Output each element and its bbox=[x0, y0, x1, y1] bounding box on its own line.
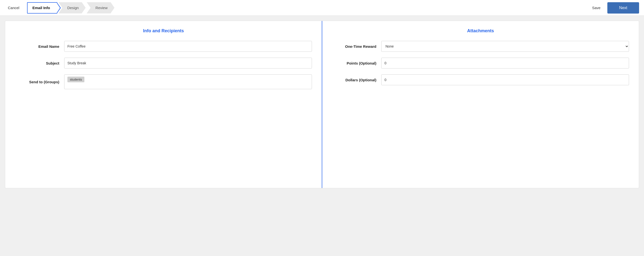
main-content: Info and Recipients Email Name Subject S… bbox=[5, 21, 639, 188]
right-panel: Attachments One-Time Reward None Points … bbox=[322, 21, 639, 188]
email-name-label: Email Name bbox=[15, 44, 59, 49]
right-panel-title: Attachments bbox=[332, 28, 629, 34]
points-row: Points (Optional) bbox=[332, 58, 629, 68]
send-to-tags-input[interactable]: students bbox=[64, 74, 312, 89]
tag-students: students bbox=[68, 77, 84, 82]
subject-label: Subject bbox=[15, 61, 59, 65]
email-name-row: Email Name bbox=[15, 41, 312, 52]
right-actions: Save Next bbox=[589, 2, 639, 14]
left-panel: Info and Recipients Email Name Subject S… bbox=[5, 21, 322, 188]
left-panel-title: Info and Recipients bbox=[15, 28, 312, 34]
one-time-reward-label: One-Time Reward bbox=[332, 44, 376, 49]
subject-input[interactable] bbox=[64, 58, 312, 68]
save-button[interactable]: Save bbox=[589, 4, 604, 12]
top-bar: Cancel Email Info Design Review Save Nex… bbox=[0, 0, 644, 16]
next-button[interactable]: Next bbox=[607, 2, 639, 14]
content-panels: Info and Recipients Email Name Subject S… bbox=[5, 21, 639, 188]
cancel-button[interactable]: Cancel bbox=[5, 4, 22, 12]
subject-row: Subject bbox=[15, 58, 312, 68]
send-to-label: Send to (Groups) bbox=[15, 80, 59, 84]
dollars-row: Dollars (Optional) bbox=[332, 74, 629, 85]
step-review[interactable]: Review bbox=[86, 2, 114, 14]
email-name-input[interactable] bbox=[64, 41, 312, 52]
step-design[interactable]: Design bbox=[58, 2, 86, 14]
dollars-input[interactable] bbox=[381, 74, 629, 85]
dollars-label: Dollars (Optional) bbox=[332, 78, 376, 82]
send-to-row: Send to (Groups) students bbox=[15, 74, 312, 89]
steps-container: Email Info Design Review bbox=[27, 2, 115, 14]
step-email-info[interactable]: Email Info bbox=[27, 2, 58, 14]
one-time-reward-row: One-Time Reward None bbox=[332, 41, 629, 52]
one-time-reward-select[interactable]: None bbox=[381, 41, 629, 52]
points-label: Points (Optional) bbox=[332, 61, 376, 65]
points-input[interactable] bbox=[381, 58, 629, 68]
